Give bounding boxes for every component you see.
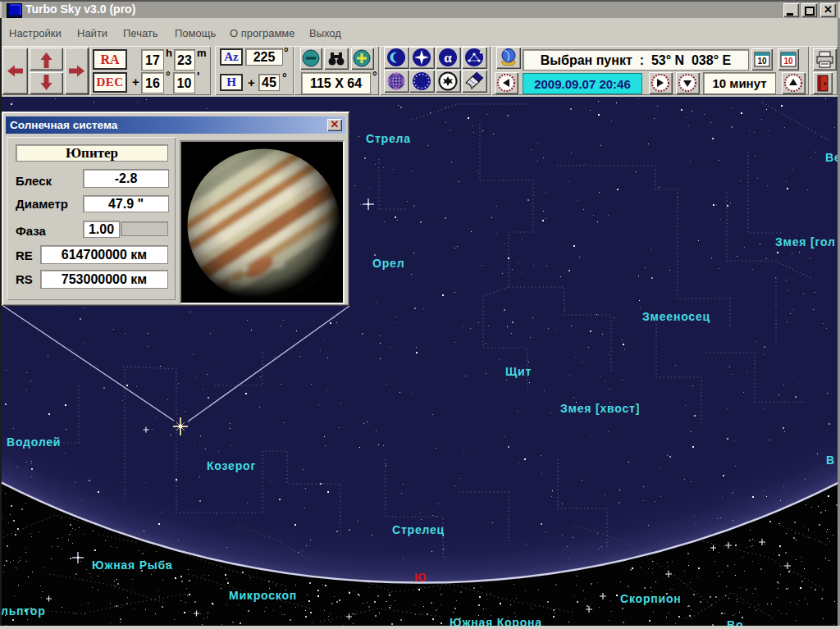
svg-text:α: α	[444, 50, 452, 66]
svg-text:10: 10	[783, 57, 793, 66]
svg-text:10: 10	[757, 57, 767, 66]
